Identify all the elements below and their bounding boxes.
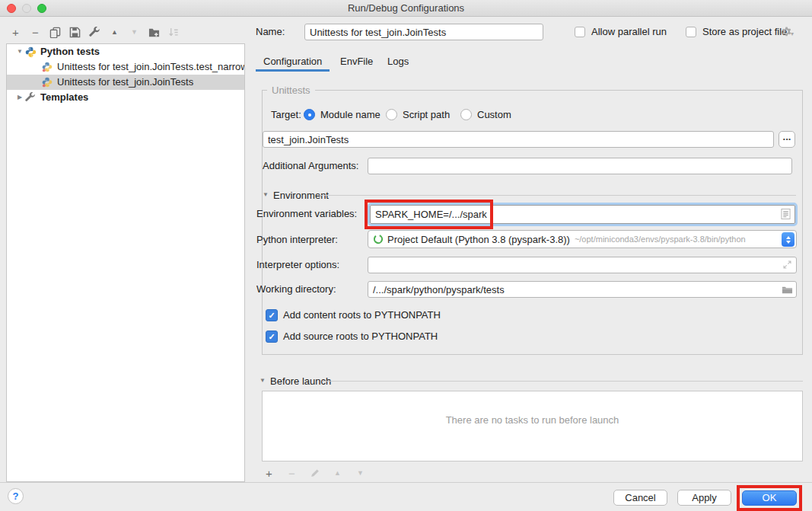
tree-item-label: Unittests for test_join.JoinTests.test_n… xyxy=(57,59,244,75)
before-launch-task-list[interactable]: There are no tasks to run before launch xyxy=(262,391,803,461)
target-label: Target: xyxy=(271,107,301,123)
tab-logs[interactable]: Logs xyxy=(387,53,409,71)
unittests-group-title: Unittests xyxy=(267,85,315,96)
working-directory-input[interactable] xyxy=(368,281,797,298)
active-tab-underline xyxy=(256,69,330,72)
window-title: Run/Debug Configurations xyxy=(0,0,812,16)
expand-icon[interactable]: ▼ xyxy=(14,44,25,59)
before-launch-empty-text: There are no tasks to run before launch xyxy=(263,414,802,426)
environment-section-line xyxy=(317,195,796,196)
target-script-path-radio[interactable] xyxy=(386,109,397,120)
zoom-window-icon[interactable] xyxy=(37,4,46,13)
remove-configuration-icon[interactable]: − xyxy=(30,26,41,38)
edit-templates-wrench-icon[interactable] xyxy=(89,26,100,38)
python-test-icon xyxy=(42,62,55,72)
tree-item-python-tests[interactable]: ▼ Python tests xyxy=(7,44,244,59)
environment-variables-value: SPARK_HOME=/.../spark xyxy=(375,209,487,220)
store-options-gear-icon[interactable]: ▾ xyxy=(781,26,794,37)
additional-arguments-input[interactable] xyxy=(368,158,792,174)
tree-item-templates[interactable]: ▶ Templates xyxy=(7,90,244,105)
environment-variables-label: Environment variables: xyxy=(256,206,357,222)
store-as-project-file-label: Store as project file xyxy=(702,24,787,40)
target-custom-label: Custom xyxy=(477,107,511,123)
titlebar: Run/Debug Configurations xyxy=(0,0,812,17)
edit-task-pencil-icon xyxy=(309,467,320,479)
new-folder-icon[interactable] xyxy=(148,26,160,38)
gear-caret-icon: ▾ xyxy=(791,30,794,37)
target-custom-radio[interactable] xyxy=(460,109,472,120)
move-task-up-icon: ▲ xyxy=(332,467,343,479)
add-task-icon[interactable]: + xyxy=(263,467,275,479)
copy-configuration-icon[interactable] xyxy=(49,26,61,38)
move-down-icon: ▼ xyxy=(129,26,140,38)
environment-variables-inner[interactable]: SPARK_HOME=/.../spark xyxy=(370,205,795,224)
sort-configurations-icon xyxy=(168,26,180,38)
env-variables-editor-icon[interactable] xyxy=(781,208,791,220)
python-interpreter-select[interactable]: Project Default (Python 3.8 (pyspark-3.8… xyxy=(368,230,797,248)
python-interpreter-value: Project Default (Python 3.8 (pyspark-3.8… xyxy=(387,234,570,245)
environment-section-title: Environment xyxy=(273,187,329,204)
footer-separator xyxy=(0,482,812,483)
target-module-name-label: Module name xyxy=(320,107,381,123)
move-up-icon[interactable]: ▲ xyxy=(109,26,120,38)
working-directory-label: Working directory: xyxy=(256,281,336,298)
apply-button[interactable]: Apply xyxy=(677,490,731,506)
configurations-tree: ▼ Python tests Unittests for test_join.J… xyxy=(6,43,245,482)
target-script-path-label: Script path xyxy=(403,107,450,123)
target-module-name-radio[interactable] xyxy=(304,109,315,120)
add-source-roots-checkbox[interactable]: ✓ xyxy=(266,331,278,343)
additional-arguments-label: Additional Arguments: xyxy=(263,158,358,174)
tree-item-label: Templates xyxy=(40,90,88,105)
run-debug-configurations-dialog: Run/Debug Configurations + − ▲ ▼ ▼ Pyth xyxy=(0,0,812,511)
name-label: Name: xyxy=(256,24,285,40)
add-configuration-icon[interactable]: + xyxy=(10,26,21,38)
add-content-roots-checkbox[interactable]: ✓ xyxy=(266,309,278,321)
browse-folder-icon[interactable] xyxy=(782,284,793,295)
add-source-roots-label: Add source roots to PYTHONPATH xyxy=(283,328,438,345)
configurations-toolbar: + − ▲ ▼ xyxy=(10,23,180,41)
python-interpreter-label: Python interpreter: xyxy=(256,232,338,248)
cancel-button[interactable]: Cancel xyxy=(613,490,667,506)
name-input[interactable] xyxy=(304,24,543,40)
tab-configuration[interactable]: Configuration xyxy=(263,53,322,71)
collapse-icon[interactable]: ▶ xyxy=(14,90,25,105)
before-launch-collapse-icon[interactable]: ▼ xyxy=(260,377,266,384)
interpreter-options-label: Interpreter options: xyxy=(256,257,339,273)
tree-item-label: Unittests for test_join.JoinTests xyxy=(57,75,193,90)
interpreter-options-input[interactable] xyxy=(368,257,797,273)
before-launch-title: Before launch xyxy=(270,373,331,390)
ok-button[interactable]: OK xyxy=(742,490,797,506)
add-content-roots-label: Add content roots to PYTHONPATH xyxy=(283,307,441,324)
minimize-window-icon xyxy=(22,4,31,13)
remove-task-icon: − xyxy=(286,467,298,479)
help-button[interactable]: ? xyxy=(8,488,24,504)
close-window-icon[interactable] xyxy=(7,4,16,13)
wrench-icon xyxy=(25,92,38,103)
save-configuration-icon[interactable] xyxy=(69,26,81,38)
before-launch-toolbar: + − ▲ ▼ xyxy=(263,465,366,481)
before-launch-section-line xyxy=(322,381,803,382)
move-task-down-icon: ▼ xyxy=(355,467,366,479)
python-icon xyxy=(25,46,38,58)
tree-item-unittests-test-narrow[interactable]: Unittests for test_join.JoinTests.test_n… xyxy=(7,59,244,75)
expand-field-icon[interactable] xyxy=(782,260,792,270)
allow-parallel-run-label: Allow parallel run xyxy=(591,24,667,40)
tree-item-unittests-jointests-selected[interactable]: Unittests for test_join.JoinTests xyxy=(7,75,244,90)
python-test-icon xyxy=(42,77,55,88)
browse-target-button[interactable]: ... xyxy=(779,131,795,148)
tab-envfile[interactable]: EnvFile xyxy=(340,53,373,71)
environment-collapse-icon[interactable]: ▼ xyxy=(263,191,269,198)
python-interpreter-path: ~/opt/miniconda3/envs/pyspark-3.8/bin/py… xyxy=(575,235,746,244)
store-as-project-file-checkbox[interactable] xyxy=(686,27,696,37)
allow-parallel-run-checkbox[interactable] xyxy=(575,27,585,37)
environment-variables-field[interactable]: SPARK_HOME=/.../spark xyxy=(368,203,798,226)
tree-item-label: Python tests xyxy=(40,44,100,59)
target-input[interactable] xyxy=(263,131,774,148)
conda-env-icon xyxy=(373,234,384,244)
dropdown-stepper-icon[interactable] xyxy=(782,232,794,247)
